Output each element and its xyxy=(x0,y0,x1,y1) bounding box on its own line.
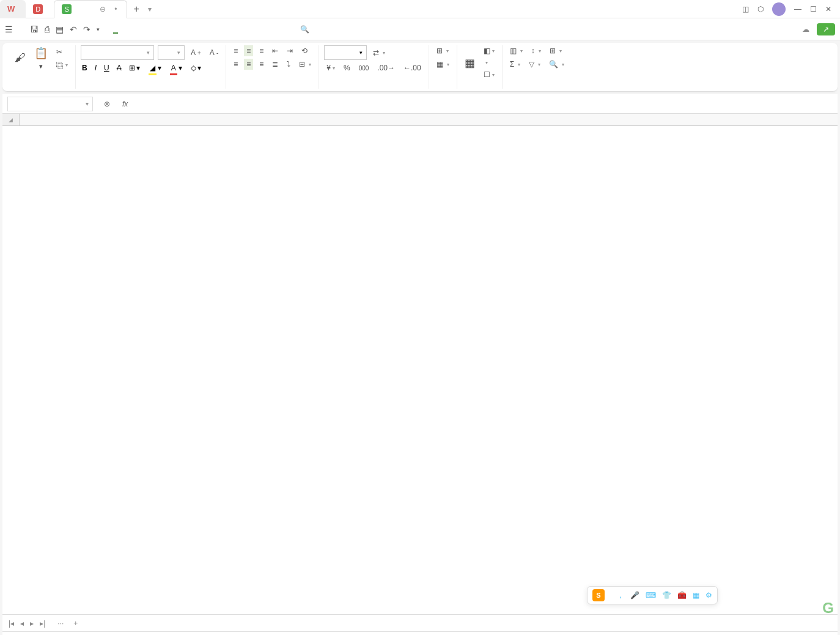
maximize-button[interactable]: ☐ xyxy=(810,5,817,13)
copy-button[interactable]: ⿻▾ xyxy=(54,60,70,71)
number-format-select[interactable]: ▾ xyxy=(324,45,367,60)
user-avatar[interactable] xyxy=(772,2,786,16)
orientation-button[interactable]: ⤵ xyxy=(284,59,293,70)
document-tab[interactable]: S ⊖ • xyxy=(54,0,127,18)
ime-apps-icon[interactable]: ▦ xyxy=(693,591,699,600)
comma-button[interactable]: 000 xyxy=(356,64,372,73)
underline-button[interactable]: U xyxy=(103,62,111,73)
quick-access-dropdown[interactable]: ▾ xyxy=(97,26,100,32)
increase-indent-button[interactable]: ⇥ xyxy=(284,45,295,56)
table-style-button[interactable]: ▦ xyxy=(462,55,477,71)
cancel-formula-button[interactable]: ⊗ xyxy=(98,100,116,108)
cut-button[interactable]: ✂ xyxy=(54,46,70,58)
minimize-button[interactable]: — xyxy=(794,5,801,13)
save-icon[interactable]: 🖫 xyxy=(30,24,39,34)
convert-button[interactable]: ⇄ ▾ xyxy=(370,47,388,58)
ime-toolbox-icon[interactable]: 🧰 xyxy=(677,591,687,600)
cell-style-button[interactable]: ◧▾ xyxy=(481,45,497,56)
print-icon[interactable]: ⎙ xyxy=(45,24,50,34)
fx-button[interactable]: fx xyxy=(116,100,134,108)
align-bottom-button[interactable]: ≡ xyxy=(257,45,266,56)
tab-menu-icon[interactable]: ⊖ xyxy=(97,5,108,13)
freeze-button[interactable]: ⊞ ▾ xyxy=(547,45,564,56)
menu-hamburger-icon[interactable]: ☰ xyxy=(5,24,13,34)
spreadsheet-grid[interactable]: ◢ xyxy=(2,114,838,614)
tab-tools[interactable] xyxy=(224,25,229,34)
percent-button[interactable]: % xyxy=(341,62,353,73)
wps-home-tab[interactable]: W xyxy=(0,0,26,18)
print-preview-icon[interactable]: ▤ xyxy=(56,24,64,34)
tab-view[interactable] xyxy=(208,25,213,34)
first-sheet-button[interactable]: |◂ xyxy=(7,619,15,628)
add-sheet-button[interactable]: + xyxy=(68,619,83,628)
prev-sheet-button[interactable]: ◂ xyxy=(19,619,25,628)
bold-button[interactable]: B xyxy=(81,62,89,73)
fill-button[interactable]: ▥ ▾ xyxy=(507,45,525,56)
rows-cols-button[interactable]: ⊞ ▾ xyxy=(434,45,452,56)
ime-toolbar[interactable]: S ， 🎤 ⌨ 👕 🧰 ▦ ⚙ xyxy=(587,586,718,604)
ime-skin-icon[interactable]: 👕 xyxy=(662,591,671,600)
find-button[interactable]: 🔍 ▾ xyxy=(547,59,567,70)
decrease-indent-button[interactable]: ⇤ xyxy=(270,45,281,56)
format-painter-button[interactable]: 🖌 xyxy=(12,50,28,67)
align-right-button[interactable]: ≡ xyxy=(257,59,266,70)
increase-font-button[interactable]: A+ xyxy=(188,47,204,58)
undo-icon[interactable]: ↶ xyxy=(70,24,77,34)
sogou-logo-icon[interactable]: S xyxy=(592,589,605,601)
ime-keyboard-icon[interactable]: ⌨ xyxy=(646,591,656,600)
align-center-button[interactable]: ≡ xyxy=(244,59,253,70)
currency-button[interactable]: ¥▾ xyxy=(324,62,337,73)
close-button[interactable]: ✕ xyxy=(825,5,831,13)
layout-icon[interactable]: ◫ xyxy=(742,5,749,13)
justify-button[interactable]: ≣ xyxy=(270,59,281,70)
border-button[interactable]: ⊞▾ xyxy=(128,62,142,73)
font-size-select[interactable]: ▾ xyxy=(158,45,185,60)
tab-data[interactable] xyxy=(177,25,182,34)
tab-page[interactable] xyxy=(145,25,150,34)
wrap-text-button[interactable]: ⟲ xyxy=(299,45,312,56)
tab-efficiency[interactable] xyxy=(256,25,261,34)
tab-formula[interactable] xyxy=(161,25,166,34)
cloud-sync-icon[interactable]: ☁ xyxy=(802,25,809,34)
sort-button[interactable]: ↕ ▾ xyxy=(529,45,543,56)
sum-button[interactable]: Σ ▾ xyxy=(507,59,523,70)
merge-button[interactable]: ⊟ ▾ xyxy=(297,59,314,70)
font-color-button[interactable]: A▾ xyxy=(169,62,185,73)
tab-close-icon[interactable]: • xyxy=(112,5,119,13)
tab-smart-toolbox[interactable] xyxy=(272,25,277,34)
align-top-button[interactable]: ≡ xyxy=(231,45,240,56)
format-button[interactable]: ☐▾ xyxy=(481,69,497,80)
effects-button[interactable]: ◇▾ xyxy=(190,62,204,73)
conditional-format-button[interactable]: ▾ xyxy=(481,59,497,67)
tab-review[interactable] xyxy=(193,25,197,34)
name-box-dropdown-icon[interactable]: ▾ xyxy=(86,100,89,107)
template-tab[interactable]: D xyxy=(26,0,54,18)
last-sheet-button[interactable]: ▸| xyxy=(39,619,46,628)
increase-decimal-button[interactable]: .00→ xyxy=(375,62,397,73)
more-sheets-button[interactable]: ··· xyxy=(53,619,68,628)
tab-insert[interactable] xyxy=(129,25,134,34)
select-all-corner[interactable]: ◢ xyxy=(2,114,20,125)
ime-punct-icon[interactable]: ， xyxy=(617,590,624,601)
align-middle-button[interactable]: ≡ xyxy=(244,45,253,56)
paste-button[interactable]: 📋▾ xyxy=(32,45,50,72)
decrease-font-button[interactable]: A- xyxy=(207,47,221,58)
ime-voice-icon[interactable]: 🎤 xyxy=(630,591,639,600)
decrease-decimal-button[interactable]: ←.00 xyxy=(401,62,424,73)
tab-list-dropdown[interactable]: ▾ xyxy=(146,5,154,13)
worksheet-button[interactable]: ▦ ▾ xyxy=(434,59,452,70)
italic-button[interactable]: I xyxy=(94,62,98,73)
font-name-select[interactable]: ▾ xyxy=(81,45,154,60)
share-button[interactable]: ↗ xyxy=(817,23,835,35)
new-tab-button[interactable]: + xyxy=(127,4,145,15)
search-icon[interactable]: 🔍 xyxy=(300,25,309,34)
package-icon[interactable]: ⬡ xyxy=(757,5,764,13)
ime-settings-icon[interactable]: ⚙ xyxy=(706,591,712,600)
redo-icon[interactable]: ↷ xyxy=(83,24,90,34)
tab-start[interactable] xyxy=(113,25,118,34)
tab-member[interactable] xyxy=(240,25,245,34)
name-box[interactable]: ▾ xyxy=(7,97,93,111)
strikethrough-button[interactable]: A xyxy=(116,62,123,73)
filter-button[interactable]: ▽ ▾ xyxy=(526,59,543,70)
align-left-button[interactable]: ≡ xyxy=(231,59,240,70)
